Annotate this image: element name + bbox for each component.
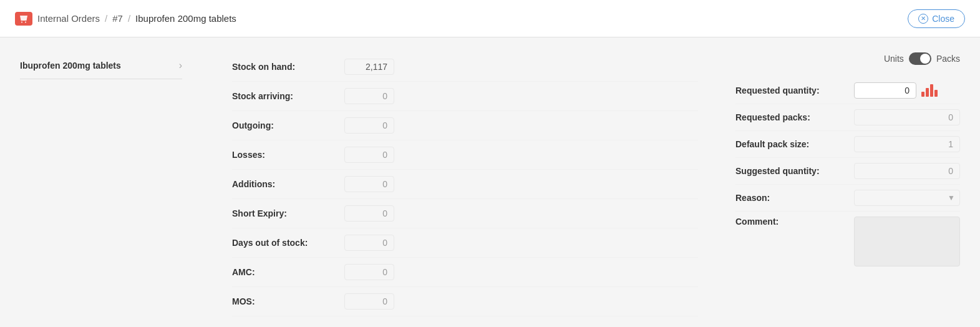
- bar3: [930, 84, 933, 97]
- internal-orders-icon: [15, 12, 32, 26]
- main-content: Ibuprofen 200mg tablets › Stock on hand:…: [0, 37, 980, 327]
- breadcrumb-product-name: Ibuprofen 200mg tablets: [135, 13, 236, 24]
- bar2: [926, 88, 929, 97]
- requested-packs-label: Requested packs:: [735, 112, 854, 122]
- stat-label: Days out of stock:: [232, 238, 344, 248]
- reason-label: Reason:: [735, 193, 854, 203]
- close-icon: ✕: [918, 14, 928, 24]
- suggested-quantity-row: Suggested quantity: 0: [735, 158, 960, 185]
- stat-value: 0: [344, 235, 394, 251]
- sidebar-item-label: Ibuprofen 200mg tablets: [20, 61, 121, 71]
- close-button[interactable]: ✕ Close: [908, 9, 965, 28]
- chart-bars: [921, 84, 938, 97]
- stat-value: 0: [344, 147, 394, 163]
- breadcrumb-sep1: /: [105, 13, 107, 24]
- stat-row: Losses: 0: [232, 140, 698, 170]
- stats-panel: Stock on hand: 2,117 Stock arriving: 0 O…: [207, 52, 723, 316]
- product-sidebar-item[interactable]: Ibuprofen 200mg tablets ›: [20, 52, 182, 79]
- bar4: [934, 90, 938, 97]
- stat-row: Stock arriving: 0: [232, 82, 698, 111]
- requested-quantity-label: Requested quantity:: [735, 85, 854, 95]
- breadcrumb-sep2: /: [128, 13, 130, 24]
- stat-value: 2,117: [344, 59, 394, 75]
- chart-icon[interactable]: [921, 84, 938, 97]
- reason-select[interactable]: [854, 190, 960, 206]
- stat-value: 0: [344, 293, 394, 310]
- stat-label: Short Expiry:: [232, 208, 344, 218]
- requested-quantity-row: Requested quantity:: [735, 77, 960, 104]
- form-panel: Units Packs Requested quantity: Requeste…: [723, 52, 960, 316]
- stat-row: Days out of stock: 0: [232, 228, 698, 258]
- reason-select-wrapper: ▼: [854, 190, 960, 206]
- units-packs-toggle-row: Units Packs: [735, 52, 960, 65]
- stat-row: Additions: 0: [232, 170, 698, 199]
- stat-row: Stock on hand: 2,117: [232, 52, 698, 82]
- svg-point-0: [21, 21, 22, 22]
- breadcrumb-order-number[interactable]: #7: [112, 13, 123, 24]
- stat-row: Short Expiry: 0: [232, 199, 698, 228]
- default-pack-size-value: 1: [854, 136, 960, 152]
- stat-value: 0: [344, 264, 394, 280]
- header: Internal Orders / #7 / Ibuprofen 200mg t…: [0, 0, 980, 37]
- stat-row: AMC: 0: [232, 258, 698, 287]
- bar1: [921, 92, 924, 97]
- stat-value: 0: [344, 205, 394, 222]
- suggested-quantity-label: Suggested quantity:: [735, 166, 854, 176]
- comment-row: Comment:: [735, 212, 960, 271]
- units-packs-toggle[interactable]: [909, 52, 931, 65]
- packs-label: Packs: [936, 54, 960, 64]
- stat-label: Stock on hand:: [232, 62, 344, 72]
- stat-label: Losses:: [232, 150, 344, 160]
- stat-value: 0: [344, 88, 394, 104]
- stat-row: Outgoing: 0: [232, 111, 698, 140]
- stat-label: Stock arriving:: [232, 91, 344, 101]
- stat-value: 0: [344, 117, 394, 134]
- stat-label: Additions:: [232, 179, 344, 189]
- requested-packs-row: Requested packs: 0: [735, 104, 960, 131]
- stat-label: MOS:: [232, 296, 344, 306]
- breadcrumb-internal-orders[interactable]: Internal Orders: [37, 13, 100, 24]
- comment-label: Comment:: [735, 217, 854, 227]
- default-pack-size-row: Default pack size: 1: [735, 131, 960, 158]
- stat-label: AMC:: [232, 267, 344, 277]
- reason-row: Reason: ▼: [735, 185, 960, 212]
- chevron-right-icon: ›: [179, 60, 182, 71]
- stat-value: 0: [344, 176, 394, 192]
- default-pack-size-label: Default pack size:: [735, 139, 854, 149]
- suggested-quantity-value: 0: [854, 163, 960, 179]
- requested-packs-value: 0: [854, 109, 960, 125]
- comment-input[interactable]: [854, 217, 960, 266]
- svg-point-1: [25, 21, 26, 22]
- stat-label: Outgoing:: [232, 120, 344, 130]
- sidebar-panel: Ibuprofen 200mg tablets ›: [20, 52, 207, 316]
- stat-row: MOS: 0: [232, 287, 698, 316]
- breadcrumb: Internal Orders / #7 / Ibuprofen 200mg t…: [15, 12, 236, 26]
- requested-quantity-input[interactable]: [854, 82, 916, 99]
- units-label: Units: [884, 54, 904, 64]
